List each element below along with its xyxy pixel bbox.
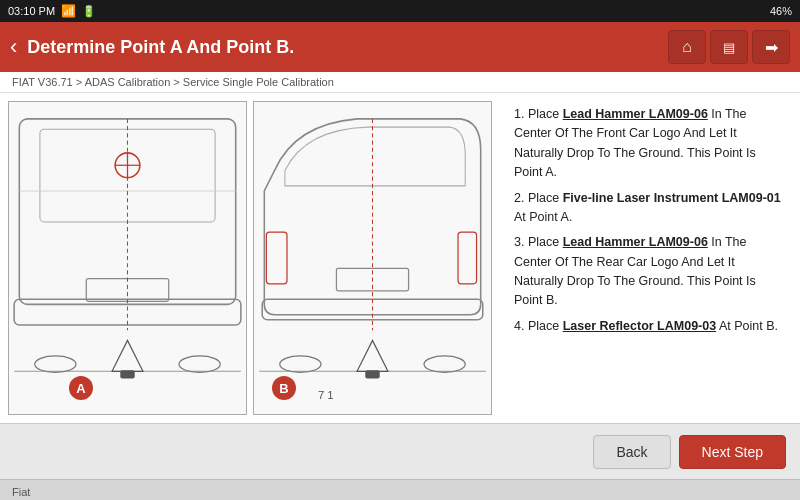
point-a-label: A	[69, 376, 93, 400]
step2-pre: 2. Place	[514, 191, 563, 205]
step4-pre: 4. Place	[514, 319, 563, 333]
step2-post: At Point A.	[514, 210, 572, 224]
step4-link: Laser Reflector LAM09-03	[563, 319, 717, 333]
doc-icon: ▤	[723, 40, 735, 55]
page-title: Determine Point A And Point B.	[27, 37, 658, 58]
forward-icon: ➡	[765, 38, 778, 57]
wifi-icon: 📶	[61, 4, 76, 18]
step2-link: Five-line Laser Instrument LAM09-01	[563, 191, 781, 205]
home-button[interactable]: ⌂	[668, 30, 706, 64]
images-panel: A	[0, 93, 500, 423]
car-front-svg	[9, 102, 246, 414]
car-image-front: A	[8, 101, 247, 415]
step-4: 4. Place Laser Reflector LAM09-03 At Poi…	[514, 317, 786, 336]
svg-point-22	[280, 356, 321, 372]
svg-rect-14	[266, 232, 287, 284]
breadcrumb: FIAT V36.71 > ADAS Calibration > Service…	[0, 72, 800, 93]
time-display: 03:10 PM	[8, 5, 55, 17]
status-bar: 03:10 PM 📶 🔋 46%	[0, 0, 800, 22]
home-icon: ⌂	[682, 38, 692, 56]
step-3: 3. Place Lead Hammer LAM09-06 In The Cen…	[514, 233, 786, 311]
step-2: 2. Place Five-line Laser Instrument LAM0…	[514, 189, 786, 228]
status-left: 03:10 PM 📶 🔋	[8, 4, 96, 18]
svg-point-12	[35, 356, 76, 372]
step1-link: Lead Hammer LAM09-06	[563, 107, 708, 121]
svg-rect-11	[120, 370, 134, 378]
charging-icon: 🔋	[82, 5, 96, 18]
svg-point-13	[179, 356, 220, 372]
back-button[interactable]: Back	[593, 435, 670, 469]
svg-marker-10	[112, 340, 143, 371]
svg-rect-0	[19, 119, 235, 304]
instructions-panel: 1. Place Lead Hammer LAM09-06 In The Cen…	[500, 93, 800, 423]
breadcrumb-text: FIAT V36.71 > ADAS Calibration > Service…	[12, 76, 334, 88]
forward-button[interactable]: ➡	[752, 30, 790, 64]
bottom-bar: Back Next Step	[0, 423, 800, 479]
brand-label: Fiat	[12, 486, 30, 498]
doc-button[interactable]: ▤	[710, 30, 748, 64]
step3-pre: 3. Place	[514, 235, 563, 249]
step4-post: At Point B.	[716, 319, 778, 333]
svg-rect-21	[365, 370, 379, 378]
svg-rect-15	[458, 232, 477, 284]
step1-pre: 1. Place	[514, 107, 563, 121]
header-icons: ⌂ ▤ ➡	[668, 30, 790, 64]
main-content: A	[0, 93, 800, 423]
svg-text:7 1: 7 1	[318, 389, 334, 401]
svg-rect-3	[86, 279, 168, 302]
step-1: 1. Place Lead Hammer LAM09-06 In The Cen…	[514, 105, 786, 183]
car-rear-svg: 7 1	[254, 102, 491, 414]
car-image-rear: 7 1 B	[253, 101, 492, 415]
point-b-label: B	[272, 376, 296, 400]
footer: Fiat	[0, 479, 800, 500]
battery-percent: 46%	[770, 5, 792, 17]
header: ‹ Determine Point A And Point B. ⌂ ▤ ➡	[0, 22, 800, 72]
status-right: 46%	[770, 5, 792, 17]
step3-link: Lead Hammer LAM09-06	[563, 235, 708, 249]
svg-point-23	[424, 356, 465, 372]
next-step-button[interactable]: Next Step	[679, 435, 786, 469]
svg-marker-20	[357, 340, 388, 371]
back-nav-button[interactable]: ‹	[10, 34, 17, 60]
